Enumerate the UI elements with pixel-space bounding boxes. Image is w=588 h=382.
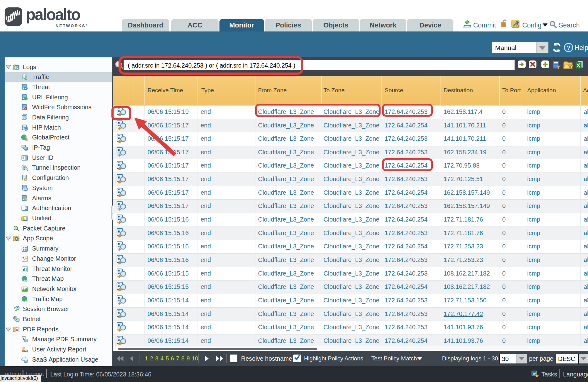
svg-text:?: ? bbox=[567, 44, 570, 51]
